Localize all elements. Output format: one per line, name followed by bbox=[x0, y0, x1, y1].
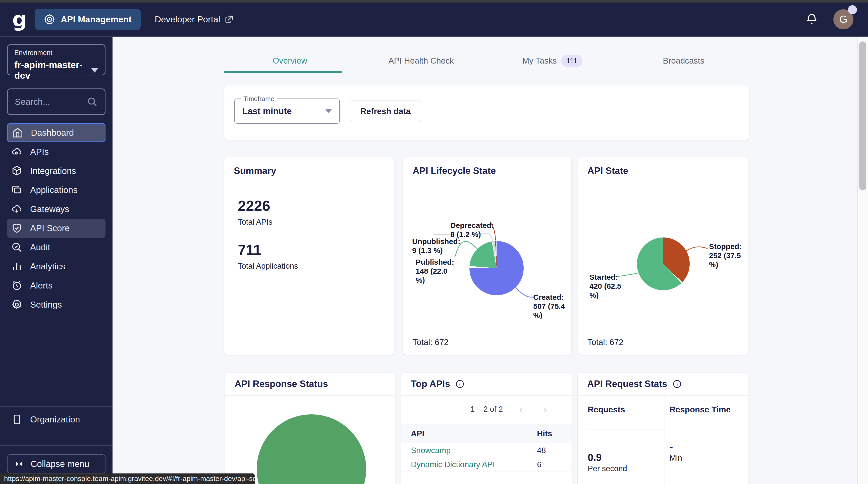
topbar-actions: G bbox=[805, 9, 854, 29]
sidebar-divider bbox=[0, 406, 113, 406]
hits-value: 6 bbox=[537, 460, 541, 469]
timeframe-label: Timeframe bbox=[241, 95, 277, 103]
api-state-pie-chart[interactable] bbox=[637, 238, 690, 290]
next-page-icon[interactable]: › bbox=[543, 403, 547, 416]
collapse-menu-button[interactable]: Collapse menu bbox=[7, 454, 105, 474]
sidebar-item-applications[interactable]: Applications bbox=[0, 180, 113, 200]
sidebar: Environment fr-apim-master-dev Search... bbox=[0, 37, 113, 484]
scrollbar-track[interactable] bbox=[858, 37, 868, 484]
card-title: API Response Status bbox=[235, 379, 328, 389]
refresh-data-button[interactable]: Refresh data bbox=[350, 100, 421, 122]
timeframe-select[interactable]: Timeframe Last minute bbox=[234, 98, 340, 124]
sidebar-item-dashboard[interactable]: Dashboard bbox=[7, 123, 105, 142]
stacked-windows-icon bbox=[11, 184, 23, 196]
dropdown-caret-icon bbox=[325, 109, 332, 113]
card-title: Summary bbox=[234, 165, 276, 176]
sidebar-item-settings[interactable]: Settings bbox=[0, 295, 113, 314]
active-tab-indicator bbox=[224, 71, 342, 73]
collapse-arrows-icon bbox=[13, 458, 24, 470]
pie-label-unpublished: Unpublished:9 (1.3 %) bbox=[412, 237, 468, 255]
tasks-count-badge: 111 bbox=[561, 55, 583, 67]
hits-value: 48 bbox=[537, 446, 546, 455]
card-title: Top APIs bbox=[411, 379, 450, 389]
pagination: 1 – 2 of 2 ‹ › bbox=[401, 395, 572, 424]
cloud-download-icon bbox=[11, 203, 23, 215]
search-input[interactable]: Search... bbox=[7, 88, 105, 115]
api-state-card: API State Stopped:252 (37.5 %) Started:4… bbox=[578, 157, 748, 355]
pie-label-created: Created:507 (75.4 %) bbox=[533, 293, 575, 320]
summary-card: Summary 2226 Total APIs 711 Total Applic… bbox=[224, 157, 394, 355]
notifications-bell-icon[interactable] bbox=[805, 13, 818, 26]
info-icon[interactable] bbox=[455, 379, 465, 389]
environment-select[interactable]: Environment fr-apim-master-dev bbox=[7, 44, 105, 75]
pie-label-started: Started:420 (62.5 %) bbox=[589, 273, 630, 300]
tab-overview[interactable]: Overview bbox=[224, 49, 355, 72]
tab-broadcasts[interactable]: Broadcasts bbox=[618, 49, 749, 72]
timeframe-card: Timeframe Last minute Refresh data bbox=[224, 85, 749, 140]
user-menu[interactable]: G bbox=[833, 9, 854, 29]
table-row: Dynamic Dictionary API 6 bbox=[401, 458, 572, 472]
scrollbar-thumb[interactable] bbox=[859, 41, 866, 190]
search-placeholder: Search... bbox=[15, 97, 50, 107]
top-apis-card: Top APIs 1 – 2 of 2 ‹ › API Hits Snowcam… bbox=[401, 373, 572, 484]
developer-portal-link[interactable]: Developer Portal bbox=[155, 14, 233, 24]
sidebar-item-gateways[interactable]: Gateways bbox=[0, 200, 113, 219]
sidebar-item-integrations[interactable]: Integrations bbox=[0, 161, 113, 180]
api-link[interactable]: Dynamic Dictionary API bbox=[411, 460, 495, 469]
gravitee-logo[interactable]: g bbox=[4, 10, 35, 29]
pie-label-deprecated: Deprecated:8 (1.2 %) bbox=[450, 221, 503, 239]
card-title: API Lifecycle State bbox=[413, 165, 496, 176]
total-applications-label: Total Applications bbox=[238, 262, 384, 271]
sidebar-item-alerts[interactable]: Alerts bbox=[0, 276, 113, 295]
card-title: API Request Stats bbox=[587, 379, 667, 389]
presence-dot bbox=[848, 5, 857, 14]
cloud-gear-icon bbox=[11, 146, 23, 157]
divider bbox=[578, 185, 748, 185]
environment-label: Environment bbox=[14, 49, 98, 57]
sidebar-menu: Dashboard APIs Integrations bbox=[0, 123, 113, 314]
divider bbox=[578, 395, 748, 396]
pie-label-published: Published:148 (22.0 %) bbox=[416, 258, 457, 285]
external-link-icon bbox=[225, 15, 233, 24]
lifecycle-total: Total: 672 bbox=[413, 337, 448, 347]
api-management-label: API Management bbox=[61, 14, 132, 24]
api-link[interactable]: Snowcamp bbox=[411, 446, 451, 455]
search-check-icon bbox=[11, 242, 23, 253]
divider bbox=[238, 234, 381, 234]
divider bbox=[225, 395, 395, 396]
alarm-clock-icon bbox=[11, 280, 23, 291]
api-management-button[interactable]: API Management bbox=[35, 9, 141, 30]
pie-label-stopped: Stopped:252 (37.5 %) bbox=[709, 242, 749, 269]
sidebar-item-audit[interactable]: Audit bbox=[0, 238, 113, 257]
api-response-status-card: API Response Status bbox=[225, 373, 395, 484]
requests-header: Requests bbox=[588, 405, 625, 414]
previous-page-icon[interactable]: ‹ bbox=[519, 403, 523, 416]
total-apis-label: Total APIs bbox=[238, 218, 384, 227]
divider bbox=[668, 472, 741, 472]
pagination-range: 1 – 2 of 2 bbox=[470, 405, 503, 414]
gear-icon bbox=[11, 299, 23, 310]
window-edge bbox=[0, 0, 868, 2]
tab-my-tasks[interactable]: My Tasks 111 bbox=[487, 49, 618, 72]
response-min-value: - bbox=[670, 441, 673, 452]
info-icon[interactable] bbox=[672, 379, 682, 389]
response-status-pie-chart[interactable] bbox=[257, 414, 366, 484]
chevron-down-icon bbox=[91, 68, 98, 72]
tab-api-health-check[interactable]: API Health Check bbox=[355, 49, 487, 72]
table-row: Snowcamp 48 bbox=[401, 444, 572, 457]
api-request-stats-card: API Request Stats Requests Response Time… bbox=[578, 373, 748, 484]
cube-icon bbox=[11, 165, 23, 177]
response-time-header: Response Time bbox=[670, 405, 731, 414]
divider bbox=[588, 429, 664, 429]
apim-console: g API Management Developer Portal bbox=[0, 0, 868, 484]
requests-per-second-unit: Per second bbox=[588, 464, 627, 473]
lifecycle-pie-chart[interactable] bbox=[469, 241, 524, 295]
sidebar-item-analytics[interactable]: Analytics bbox=[0, 257, 113, 276]
sidebar-item-organization[interactable]: Organization bbox=[11, 414, 80, 425]
sidebar-item-apis[interactable]: APIs bbox=[0, 142, 113, 161]
divider bbox=[403, 185, 571, 185]
sidebar-item-api-score[interactable]: API Score bbox=[7, 219, 105, 238]
total-apis-value: 2226 bbox=[238, 197, 384, 214]
total-applications-value: 711 bbox=[238, 241, 384, 258]
card-title: API State bbox=[587, 165, 628, 176]
